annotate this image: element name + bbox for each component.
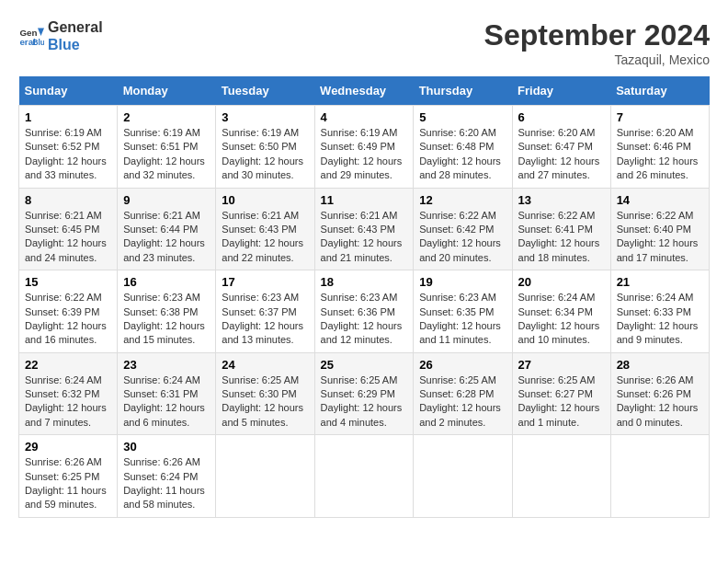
day-number: 24 bbox=[222, 358, 308, 372]
calendar-cell: 20Sunrise: 6:24 AMSunset: 6:34 PMDayligh… bbox=[512, 270, 610, 353]
day-info: Sunrise: 6:22 AMSunset: 6:41 PMDaylight:… bbox=[518, 209, 605, 266]
calendar-cell: 15Sunrise: 6:22 AMSunset: 6:39 PMDayligh… bbox=[19, 270, 118, 353]
calendar-cell: 13Sunrise: 6:22 AMSunset: 6:41 PMDayligh… bbox=[512, 188, 610, 270]
page-header: Gen eral Blue General Blue September 202… bbox=[18, 18, 710, 67]
day-number: 8 bbox=[25, 193, 111, 207]
calendar-cell: 25Sunrise: 6:25 AMSunset: 6:29 PMDayligh… bbox=[314, 352, 414, 435]
day-info: Sunrise: 6:25 AMSunset: 6:27 PMDaylight:… bbox=[518, 373, 605, 431]
day-info: Sunrise: 6:20 AMSunset: 6:48 PMDaylight:… bbox=[419, 126, 506, 183]
calendar-cell: 12Sunrise: 6:22 AMSunset: 6:42 PMDayligh… bbox=[414, 188, 512, 270]
day-info: Sunrise: 6:24 AMSunset: 6:33 PMDaylight:… bbox=[617, 291, 703, 348]
day-number: 18 bbox=[321, 275, 408, 289]
day-number: 20 bbox=[518, 275, 605, 289]
calendar-cell bbox=[314, 435, 414, 518]
logo-icon: Gen eral Blue bbox=[18, 23, 44, 49]
day-info: Sunrise: 6:21 AMSunset: 6:43 PMDaylight:… bbox=[222, 209, 308, 266]
location: Tazaquil, Mexico bbox=[484, 52, 710, 67]
calendar-cell: 27Sunrise: 6:25 AMSunset: 6:27 PMDayligh… bbox=[512, 352, 610, 435]
calendar-cell: 16Sunrise: 6:23 AMSunset: 6:38 PMDayligh… bbox=[118, 270, 216, 353]
calendar-cell: 29Sunrise: 6:26 AMSunset: 6:25 PMDayligh… bbox=[19, 435, 118, 518]
month-title: September 2024 bbox=[484, 18, 710, 52]
day-number: 13 bbox=[518, 193, 605, 207]
day-info: Sunrise: 6:21 AMSunset: 6:43 PMDaylight:… bbox=[321, 209, 408, 266]
calendar-cell: 10Sunrise: 6:21 AMSunset: 6:43 PMDayligh… bbox=[216, 188, 314, 270]
day-number: 29 bbox=[25, 440, 111, 454]
day-info: Sunrise: 6:26 AMSunset: 6:24 PMDaylight:… bbox=[123, 455, 210, 512]
day-info: Sunrise: 6:19 AMSunset: 6:51 PMDaylight:… bbox=[123, 126, 210, 183]
calendar-cell: 4Sunrise: 6:19 AMSunset: 6:49 PMDaylight… bbox=[314, 106, 414, 189]
day-number: 2 bbox=[123, 110, 210, 124]
day-info: Sunrise: 6:22 AMSunset: 6:42 PMDaylight:… bbox=[419, 209, 506, 266]
weekday-header-sunday: Sunday bbox=[19, 76, 118, 106]
logo-blue: Blue bbox=[48, 36, 103, 53]
calendar-cell: 5Sunrise: 6:20 AMSunset: 6:48 PMDaylight… bbox=[414, 106, 512, 189]
day-info: Sunrise: 6:23 AMSunset: 6:37 PMDaylight:… bbox=[222, 291, 308, 348]
day-info: Sunrise: 6:25 AMSunset: 6:28 PMDaylight:… bbox=[419, 373, 506, 431]
weekday-header-saturday: Saturday bbox=[610, 76, 709, 106]
weekday-header-tuesday: Tuesday bbox=[216, 76, 314, 106]
calendar-cell: 7Sunrise: 6:20 AMSunset: 6:46 PMDaylight… bbox=[610, 106, 709, 189]
day-info: Sunrise: 6:19 AMSunset: 6:49 PMDaylight:… bbox=[321, 126, 408, 183]
day-number: 26 bbox=[419, 358, 506, 372]
day-info: Sunrise: 6:19 AMSunset: 6:52 PMDaylight:… bbox=[25, 126, 111, 183]
calendar-cell: 17Sunrise: 6:23 AMSunset: 6:37 PMDayligh… bbox=[216, 270, 314, 353]
day-number: 12 bbox=[419, 193, 506, 207]
day-info: Sunrise: 6:23 AMSunset: 6:36 PMDaylight:… bbox=[321, 291, 408, 348]
svg-marker-2 bbox=[38, 29, 44, 36]
day-number: 1 bbox=[25, 110, 111, 124]
calendar-cell: 18Sunrise: 6:23 AMSunset: 6:36 PMDayligh… bbox=[314, 270, 414, 353]
day-info: Sunrise: 6:21 AMSunset: 6:45 PMDaylight:… bbox=[25, 209, 111, 266]
day-info: Sunrise: 6:20 AMSunset: 6:47 PMDaylight:… bbox=[518, 126, 605, 183]
calendar-cell: 11Sunrise: 6:21 AMSunset: 6:43 PMDayligh… bbox=[314, 188, 414, 270]
day-number: 10 bbox=[222, 193, 308, 207]
logo: Gen eral Blue General Blue bbox=[18, 18, 103, 53]
title-block: September 2024 Tazaquil, Mexico bbox=[484, 18, 710, 67]
day-number: 27 bbox=[518, 358, 605, 372]
day-number: 23 bbox=[123, 358, 210, 372]
day-number: 17 bbox=[222, 275, 308, 289]
day-info: Sunrise: 6:26 AMSunset: 6:26 PMDaylight:… bbox=[617, 373, 703, 431]
weekday-header-wednesday: Wednesday bbox=[314, 76, 414, 106]
day-info: Sunrise: 6:24 AMSunset: 6:31 PMDaylight:… bbox=[123, 373, 210, 431]
svg-text:Blue: Blue bbox=[32, 38, 44, 47]
day-number: 16 bbox=[123, 275, 210, 289]
calendar-cell: 2Sunrise: 6:19 AMSunset: 6:51 PMDaylight… bbox=[118, 106, 216, 189]
calendar-cell: 21Sunrise: 6:24 AMSunset: 6:33 PMDayligh… bbox=[610, 270, 709, 353]
calendar-cell: 1Sunrise: 6:19 AMSunset: 6:52 PMDaylight… bbox=[19, 106, 118, 189]
weekday-header-friday: Friday bbox=[512, 76, 610, 106]
day-number: 9 bbox=[123, 193, 210, 207]
calendar-cell: 24Sunrise: 6:25 AMSunset: 6:30 PMDayligh… bbox=[216, 352, 314, 435]
calendar-cell: 3Sunrise: 6:19 AMSunset: 6:50 PMDaylight… bbox=[216, 106, 314, 189]
day-number: 25 bbox=[321, 358, 408, 372]
day-number: 6 bbox=[518, 110, 605, 124]
day-info: Sunrise: 6:23 AMSunset: 6:38 PMDaylight:… bbox=[123, 291, 210, 348]
calendar-cell: 8Sunrise: 6:21 AMSunset: 6:45 PMDaylight… bbox=[19, 188, 118, 270]
day-info: Sunrise: 6:20 AMSunset: 6:46 PMDaylight:… bbox=[617, 126, 703, 183]
logo-general: General bbox=[48, 18, 103, 36]
day-number: 7 bbox=[617, 110, 703, 124]
day-info: Sunrise: 6:25 AMSunset: 6:30 PMDaylight:… bbox=[222, 373, 308, 431]
day-info: Sunrise: 6:26 AMSunset: 6:25 PMDaylight:… bbox=[25, 455, 111, 512]
day-number: 28 bbox=[617, 358, 703, 372]
day-number: 3 bbox=[222, 110, 308, 124]
day-number: 19 bbox=[419, 275, 506, 289]
day-info: Sunrise: 6:25 AMSunset: 6:29 PMDaylight:… bbox=[321, 373, 408, 431]
day-number: 15 bbox=[25, 275, 111, 289]
weekday-header-thursday: Thursday bbox=[414, 76, 512, 106]
day-info: Sunrise: 6:22 AMSunset: 6:39 PMDaylight:… bbox=[25, 291, 111, 348]
calendar-cell: 14Sunrise: 6:22 AMSunset: 6:40 PMDayligh… bbox=[610, 188, 709, 270]
calendar-cell: 9Sunrise: 6:21 AMSunset: 6:44 PMDaylight… bbox=[118, 188, 216, 270]
calendar-cell bbox=[610, 435, 709, 518]
day-info: Sunrise: 6:24 AMSunset: 6:32 PMDaylight:… bbox=[25, 373, 111, 431]
calendar-cell: 30Sunrise: 6:26 AMSunset: 6:24 PMDayligh… bbox=[118, 435, 216, 518]
calendar-cell bbox=[512, 435, 610, 518]
day-number: 5 bbox=[419, 110, 506, 124]
day-info: Sunrise: 6:19 AMSunset: 6:50 PMDaylight:… bbox=[222, 126, 308, 183]
day-info: Sunrise: 6:21 AMSunset: 6:44 PMDaylight:… bbox=[123, 209, 210, 266]
calendar-cell: 19Sunrise: 6:23 AMSunset: 6:35 PMDayligh… bbox=[414, 270, 512, 353]
calendar-cell: 26Sunrise: 6:25 AMSunset: 6:28 PMDayligh… bbox=[414, 352, 512, 435]
calendar-cell: 22Sunrise: 6:24 AMSunset: 6:32 PMDayligh… bbox=[19, 352, 118, 435]
calendar-cell: 23Sunrise: 6:24 AMSunset: 6:31 PMDayligh… bbox=[118, 352, 216, 435]
day-number: 22 bbox=[25, 358, 111, 372]
day-info: Sunrise: 6:23 AMSunset: 6:35 PMDaylight:… bbox=[419, 291, 506, 348]
